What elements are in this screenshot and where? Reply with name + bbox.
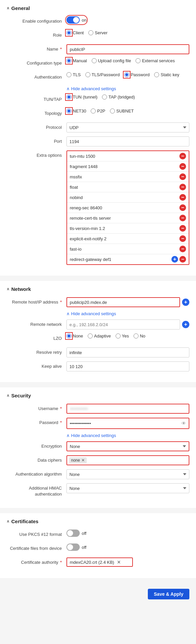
- network-hide-advanced-caret: ∧: [66, 311, 70, 316]
- role-client-radio[interactable]: [66, 30, 71, 35]
- config-external[interactable]: External services: [136, 58, 175, 63]
- lzo-none-radio[interactable]: [66, 333, 71, 338]
- cert-from-device-row: Certificate files from device off: [7, 543, 189, 553]
- username-label: Username *: [7, 404, 66, 412]
- tuntap-tap[interactable]: TAP (bridged): [102, 95, 135, 100]
- remove-option-btn[interactable]: −: [179, 194, 186, 201]
- keep-alive-input[interactable]: [66, 361, 189, 371]
- resolve-retry-input[interactable]: [66, 347, 189, 357]
- password-input[interactable]: [67, 418, 189, 428]
- role-client-label: Client: [73, 30, 84, 35]
- role-server[interactable]: Server: [88, 30, 107, 35]
- auth-tls-password[interactable]: TLS/Password: [85, 72, 120, 77]
- auth-password-radio[interactable]: [124, 72, 129, 77]
- ca-row: Certificate authority * mdexCA20.crt (2.…: [7, 557, 189, 567]
- remove-option-btn[interactable]: −: [179, 246, 186, 252]
- enable-config-toggle[interactable]: on: [66, 16, 86, 24]
- remote-network-input[interactable]: [66, 320, 180, 329]
- remove-option-btn[interactable]: −: [179, 204, 186, 211]
- auth-static-key[interactable]: Static key: [154, 72, 179, 77]
- topology-net30[interactable]: NET30: [66, 108, 86, 113]
- config-manual[interactable]: Manual: [66, 58, 87, 63]
- name-input[interactable]: [66, 44, 189, 54]
- remove-option-btn[interactable]: −: [179, 163, 186, 170]
- protocol-label: Protocol: [7, 122, 66, 130]
- role-client[interactable]: Client: [66, 30, 84, 35]
- certificates-title: ∧ Certificates: [7, 519, 189, 524]
- config-upload-radio[interactable]: [92, 58, 97, 63]
- tuntap-tap-radio[interactable]: [102, 95, 107, 100]
- resolve-retry-label: Resolve retry: [7, 347, 66, 355]
- remove-option-btn[interactable]: −: [179, 215, 186, 221]
- cert-authority-remove[interactable]: ✕: [117, 559, 121, 565]
- username-input[interactable]: [66, 404, 189, 414]
- lzo-adaptive[interactable]: Adaptive: [88, 333, 111, 338]
- hide-advanced-link[interactable]: ∧ Hide advanced settings: [66, 86, 189, 91]
- save-apply-button[interactable]: Save & Apply: [148, 589, 189, 599]
- encryption-select[interactable]: None AES-128-CBC AES-256-CBC: [66, 441, 189, 451]
- auth-password[interactable]: Password: [124, 72, 149, 77]
- pkcs12-label: Use PKCS #12 format: [7, 530, 66, 537]
- auth-tls[interactable]: TLS: [66, 72, 81, 77]
- enable-config-row: Enable configuration on: [7, 16, 189, 26]
- add-host-btn[interactable]: +: [182, 299, 189, 306]
- extra-option-item: fast-io −: [67, 244, 189, 254]
- auth-tls-radio[interactable]: [66, 72, 71, 77]
- topology-p2p[interactable]: P2P: [91, 108, 105, 113]
- tuntap-tun[interactable]: TUN (tunnel): [66, 95, 97, 100]
- network-advanced-link-row: ∧ Hide advanced settings: [66, 311, 189, 316]
- lzo-yes-radio[interactable]: [116, 333, 121, 338]
- auth-static-key-radio[interactable]: [154, 72, 159, 77]
- cert-from-device-toggle[interactable]: off: [66, 543, 86, 551]
- data-ciphers-input[interactable]: none ✕: [66, 455, 189, 465]
- security-hide-advanced-link[interactable]: ∧ Hide advanced settings: [66, 433, 189, 438]
- network-hide-advanced-link[interactable]: ∧ Hide advanced settings: [66, 311, 189, 316]
- lzo-none[interactable]: None: [66, 333, 83, 338]
- hmac-select[interactable]: None: [66, 483, 189, 493]
- port-input[interactable]: [66, 136, 189, 146]
- remove-option-btn[interactable]: −: [179, 184, 186, 190]
- cert-from-device-toggle-track[interactable]: [66, 543, 80, 551]
- config-upload[interactable]: Upload config file: [92, 58, 131, 63]
- config-external-radio[interactable]: [136, 58, 141, 63]
- auth-algo-select[interactable]: None: [66, 469, 189, 479]
- lzo-no[interactable]: No: [134, 333, 146, 338]
- port-label: Port: [7, 136, 66, 144]
- topology-net30-radio[interactable]: [66, 108, 71, 113]
- port-row: Port: [7, 136, 189, 146]
- remove-option-btn[interactable]: −: [179, 225, 186, 232]
- remove-option-btn[interactable]: −: [179, 173, 186, 180]
- role-row: Role Client Server: [7, 30, 189, 40]
- tuntap-tun-label: TUN (tunnel): [73, 95, 97, 100]
- protocol-select[interactable]: UDP TCP: [66, 122, 189, 132]
- pkcs12-toggle[interactable]: off: [66, 530, 86, 537]
- remove-option-btn[interactable]: −: [179, 256, 186, 263]
- topology-subnet-radio[interactable]: [110, 108, 115, 113]
- topology-p2p-radio[interactable]: [91, 108, 96, 113]
- remote-host-input[interactable]: [66, 297, 180, 307]
- add-option-btn[interactable]: +: [171, 256, 178, 263]
- remove-option-btn[interactable]: −: [179, 153, 186, 159]
- toggle-password-icon[interactable]: 👁: [181, 421, 186, 426]
- advanced-link-row: ∧ Hide advanced settings: [66, 86, 189, 91]
- topology-control: NET30 P2P SUBNET: [66, 108, 189, 113]
- lzo-adaptive-radio[interactable]: [88, 333, 93, 338]
- network-section: ∧ Network Remote host/IP address * + ∧ H…: [0, 281, 196, 382]
- auth-tls-password-radio[interactable]: [85, 72, 90, 77]
- lzo-yes[interactable]: Yes: [116, 333, 129, 338]
- general-title: ∧ General: [7, 5, 189, 11]
- cipher-tag-remove[interactable]: ✕: [81, 458, 85, 463]
- role-server-radio[interactable]: [88, 30, 93, 35]
- tuntap-tun-radio[interactable]: [66, 95, 71, 100]
- toggle-track[interactable]: [66, 16, 80, 24]
- pkcs12-toggle-track[interactable]: [66, 530, 80, 537]
- certificates-section: ∧ Certificates Use PKCS #12 format off C…: [0, 513, 196, 578]
- config-manual-radio[interactable]: [66, 58, 71, 63]
- pkcs12-toggle-label: off: [82, 531, 86, 536]
- topology-subnet[interactable]: SUBNET: [110, 108, 134, 113]
- add-remote-network-btn[interactable]: +: [182, 321, 189, 328]
- hmac-row: Additional HMAC authentication None: [7, 483, 189, 497]
- lzo-no-radio[interactable]: [134, 333, 139, 338]
- auth-algo-control: None: [66, 469, 189, 479]
- remove-option-btn[interactable]: −: [179, 235, 186, 242]
